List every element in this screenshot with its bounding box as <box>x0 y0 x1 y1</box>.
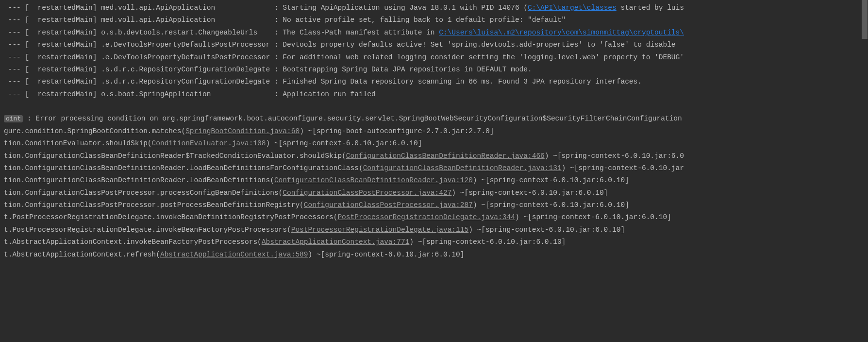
stack-post: ) ~[spring-context-6.0.10.jar:6.0.10] <box>473 176 629 184</box>
log-logger: .s.d.r.c.RepositoryConfigurationDelegate <box>101 66 270 73</box>
error-message: : Error processing condition on org.spri… <box>23 115 682 122</box>
log-line: --- [ restartedMain] o.s.boot.SpringAppl… <box>0 88 868 101</box>
stack-trace-line: tion.ConfigurationClassPostProcessor.pro… <box>0 187 868 199</box>
stack-post: ) ~[spring-context-6.0.10.jar:6.0.10] <box>468 226 625 234</box>
log-logger: .s.d.r.c.RepositoryConfigurationDelegate <box>101 78 270 86</box>
log-separator: : <box>270 4 283 12</box>
stack-pre: gure.condition.SpringBootCondition.match… <box>4 127 185 135</box>
stack-file-link[interactable]: PostProcessorRegistrationDelegate.java:1… <box>291 226 468 234</box>
log-message: Application run failed <box>283 90 375 98</box>
log-separator: : <box>270 66 283 73</box>
stack-pre: tion.ConfigurationClassBeanDefinitionRea… <box>4 176 274 184</box>
stack-pre: t.AbstractApplicationContext.refresh( <box>4 251 160 258</box>
log-logger: med.voll.api.ApiApplication <box>101 4 270 12</box>
log-prefix: --- [ restartedMain] <box>4 90 101 98</box>
log-prefix: --- [ restartedMain] <box>4 78 101 86</box>
log-message: Starting ApiApplication using Java 18.0.… <box>283 4 528 12</box>
log-line: --- [ restartedMain] med.voll.api.ApiApp… <box>0 14 868 26</box>
blank-line <box>0 101 868 113</box>
log-message: The Class-Path manifest attribute in <box>283 29 439 36</box>
stack-file-link[interactable]: ConfigurationClassPostProcessor.java:287 <box>304 201 473 209</box>
stack-post: ) ~[spring-context-6.0.10.jar:6.0.10] <box>409 238 566 246</box>
stack-file-link[interactable]: ConfigurationClassBeanDefinitionReader.j… <box>363 164 562 172</box>
log-message: Bootstrapping Spring Data JPA repositori… <box>283 66 532 73</box>
log-separator: : <box>270 29 283 36</box>
log-prefix: --- [ restartedMain] <box>4 66 101 73</box>
log-message: Finished Spring Data repository scanning… <box>283 78 642 86</box>
stack-trace-line: tion.ConditionEvaluator.shouldSkip(Condi… <box>0 137 868 150</box>
stack-pre: tion.ConfigurationClassPostProcessor.pos… <box>4 201 304 209</box>
stack-trace-line: t.AbstractApplicationContext.refresh(Abs… <box>0 249 868 261</box>
stack-file-link[interactable]: ConfigurationClassBeanDefinitionReader.j… <box>346 152 545 160</box>
stack-trace-line: tion.ConfigurationClassBeanDefinitionRea… <box>0 150 868 162</box>
console-output-panel[interactable]: --- [ restartedMain] med.voll.api.ApiApp… <box>0 2 868 261</box>
log-logger: o.s.b.devtools.restart.ChangeableUrls <box>101 29 270 36</box>
log-separator: : <box>270 16 283 24</box>
stack-pre: t.AbstractApplicationContext.invokeBeanF… <box>4 238 262 246</box>
vertical-scrollbar-track[interactable] <box>861 0 868 263</box>
stack-file-link[interactable]: ConfigurationClassPostProcessor.java:427 <box>283 189 451 197</box>
stack-post: ) ~[spring-context-6.0.10.jar <box>562 164 684 172</box>
log-separator: : <box>270 90 283 98</box>
log-prefix: --- [ restartedMain] <box>4 29 101 36</box>
stack-trace-line: t.PostProcessorRegistrationDelegate.invo… <box>0 224 868 236</box>
stack-post: ) ~[spring-context-6.0.10.jar:6.0.10] <box>515 213 671 221</box>
log-line: --- [ restartedMain] o.s.b.devtools.rest… <box>0 27 868 39</box>
log-prefix: --- [ restartedMain] <box>4 41 101 49</box>
log-message: No active profile set, falling back to 1… <box>283 16 566 24</box>
stack-trace-line: tion.ConfigurationClassBeanDefinitionRea… <box>0 174 868 187</box>
stack-file-link[interactable]: AbstractApplicationContext.java:771 <box>262 238 410 246</box>
log-prefix: --- [ restartedMain] <box>4 4 101 12</box>
stack-pre: t.PostProcessorRegistrationDelegate.invo… <box>4 213 337 221</box>
log-prefix: --- [ restartedMain] <box>4 16 101 24</box>
log-logger: med.voll.api.ApiApplication <box>101 16 270 24</box>
stack-trace-line: t.AbstractApplicationContext.invokeBeanF… <box>0 236 868 248</box>
log-separator: : <box>270 78 283 86</box>
log-message: For additional web related logging consi… <box>283 53 684 61</box>
log-logger: .e.DevToolsPropertyDefaultsPostProcessor <box>101 41 270 49</box>
stack-post: ) ~[spring-boot-autoconfigure-2.7.0.jar:… <box>300 127 494 135</box>
stack-post: ) ~[spring-context-6.0.10.jar:6.0.10] <box>266 139 422 147</box>
log-separator: : <box>270 41 283 49</box>
log-logger: .e.DevToolsPropertyDefaultsPostProcessor <box>101 53 270 61</box>
log-link[interactable]: C:\API\target\classes <box>528 4 617 12</box>
stack-post: ) ~[spring-context-6.0.10.jar:6.0.10] <box>451 189 608 197</box>
stack-pre: tion.ConfigurationClassPostProcessor.pro… <box>4 189 283 197</box>
stack-post: ) ~[spring-context-6.0.10.jar:6.0.10] <box>308 251 465 258</box>
log-line: --- [ restartedMain] .s.d.r.c.Repository… <box>0 76 868 88</box>
stack-pre: tion.ConfigurationClassBeanDefinitionRea… <box>4 152 346 160</box>
breakpoint-badge[interactable]: oint <box>4 115 23 122</box>
stack-file-link[interactable]: ConfigurationClassBeanDefinitionReader.j… <box>274 176 473 184</box>
log-line: --- [ restartedMain] .s.d.r.c.Repository… <box>0 64 868 76</box>
log-logger: o.s.boot.SpringApplication <box>101 90 270 98</box>
vertical-scrollbar-thumb[interactable] <box>862 0 868 39</box>
stack-trace-line: tion.ConfigurationClassPostProcessor.pos… <box>0 199 868 211</box>
stack-trace-line: t.PostProcessorRegistrationDelegate.invo… <box>0 211 868 223</box>
log-message-tail: started by luis <box>617 4 684 12</box>
stack-trace-line: gure.condition.SpringBootCondition.match… <box>0 125 868 137</box>
stack-pre: tion.ConditionEvaluator.shouldSkip( <box>4 139 152 147</box>
log-separator: : <box>270 53 283 61</box>
error-line: oint : Error processing condition on org… <box>0 113 868 125</box>
log-prefix: --- [ restartedMain] <box>4 53 101 61</box>
log-line: --- [ restartedMain] med.voll.api.ApiApp… <box>0 2 868 14</box>
stack-pre: tion.ConfigurationClassBeanDefinitionRea… <box>4 164 363 172</box>
stack-trace-line: tion.ConfigurationClassBeanDefinitionRea… <box>0 162 868 174</box>
stack-file-link[interactable]: ConditionEvaluator.java:108 <box>152 139 266 147</box>
log-line: --- [ restartedMain] .e.DevToolsProperty… <box>0 39 868 51</box>
log-link[interactable]: C:\Users\luisa\.m2\repository\com\simonm… <box>439 29 684 36</box>
log-message: Devtools property defaults active! Set '… <box>283 41 680 49</box>
stack-file-link[interactable]: SpringBootCondition.java:60 <box>185 127 300 135</box>
stack-file-link[interactable]: PostProcessorRegistrationDelegate.java:3… <box>337 213 515 221</box>
stack-post: ) ~[spring-context-6.0.10.jar:6.0.10] <box>473 201 629 209</box>
log-line: --- [ restartedMain] .e.DevToolsProperty… <box>0 51 868 64</box>
stack-pre: t.PostProcessorRegistrationDelegate.invo… <box>4 226 291 234</box>
stack-file-link[interactable]: AbstractApplicationContext.java:589 <box>160 251 308 258</box>
stack-post: ) ~[spring-context-6.0.10.jar:6.0 <box>545 152 684 160</box>
